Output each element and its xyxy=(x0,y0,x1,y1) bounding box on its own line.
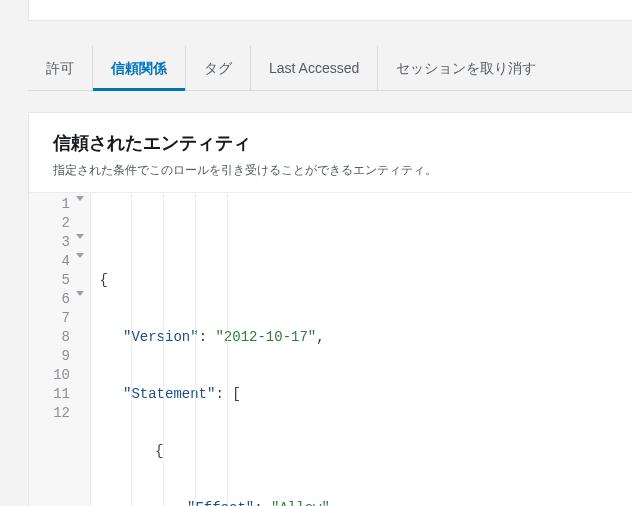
line-number: 10 xyxy=(53,367,70,383)
panel-description: 指定された条件でこのロールを引き受けることができるエンティティ。 xyxy=(53,161,608,180)
panel-title: 信頼されたエンティティ xyxy=(53,131,608,155)
code-line: { xyxy=(91,442,624,461)
code-line: "Effect": "Allow", xyxy=(91,499,624,506)
fold-icon[interactable] xyxy=(76,291,84,296)
tab-permissions[interactable]: 許可 xyxy=(28,46,92,90)
line-number: 12 xyxy=(53,405,70,421)
code-line: { xyxy=(91,271,624,290)
trusted-entities-panel: 信頼されたエンティティ 指定された条件でこのロールを引き受けることができるエンテ… xyxy=(28,112,632,506)
tab-trust-relationships[interactable]: 信頼関係 xyxy=(92,46,185,90)
line-number: 11 xyxy=(53,386,70,402)
code-line: "Version": "2012-10-17", xyxy=(91,328,624,347)
fold-icon[interactable] xyxy=(76,196,84,201)
line-number: 9 xyxy=(62,348,70,364)
fold-icon[interactable] xyxy=(76,253,84,258)
editor-gutter: 1 2 3 4 5 6 7 8 9 10 11 12 xyxy=(29,193,91,506)
line-number: 6 xyxy=(62,291,70,307)
fold-icon[interactable] xyxy=(76,234,84,239)
line-number: 3 xyxy=(62,234,70,250)
previous-panel-edge xyxy=(28,0,632,21)
line-number: 5 xyxy=(62,272,70,288)
code-line: "Statement": [ xyxy=(91,385,624,404)
editor-code[interactable]: { "Version": "2012-10-17", "Statement": … xyxy=(91,193,632,506)
tab-tags[interactable]: タグ xyxy=(185,46,250,90)
line-number: 2 xyxy=(62,215,70,231)
policy-editor: 1 2 3 4 5 6 7 8 9 10 11 12 { "Version": … xyxy=(29,192,632,506)
tab-revoke-sessions[interactable]: セッションを取り消す xyxy=(377,46,554,90)
line-number: 4 xyxy=(62,253,70,269)
line-number: 8 xyxy=(62,329,70,345)
line-number: 1 xyxy=(62,196,70,212)
tab-last-accessed[interactable]: Last Accessed xyxy=(250,46,377,90)
line-number: 7 xyxy=(62,310,70,326)
role-tabs: 許可 信頼関係 タグ Last Accessed セッションを取り消す xyxy=(28,46,632,91)
